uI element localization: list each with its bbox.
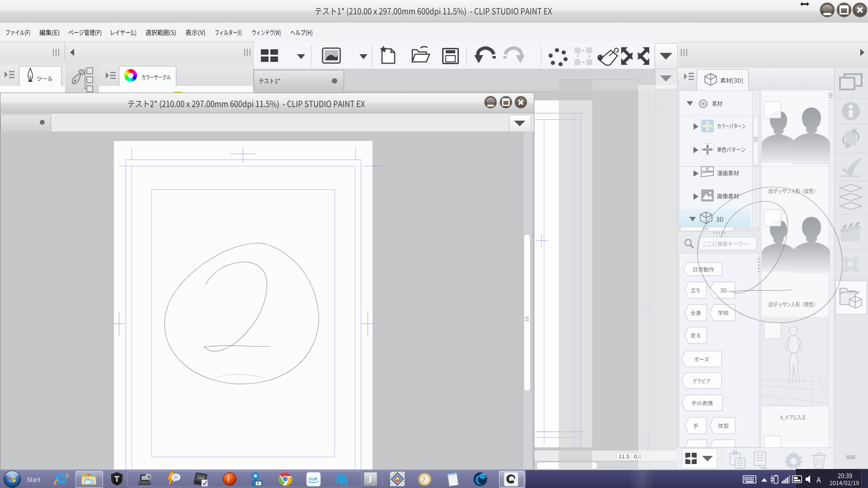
svg-text:J: J (368, 474, 372, 484)
svg-text:CLiP: CLiP (309, 477, 317, 481)
svg-text:2: 2 (422, 476, 425, 483)
